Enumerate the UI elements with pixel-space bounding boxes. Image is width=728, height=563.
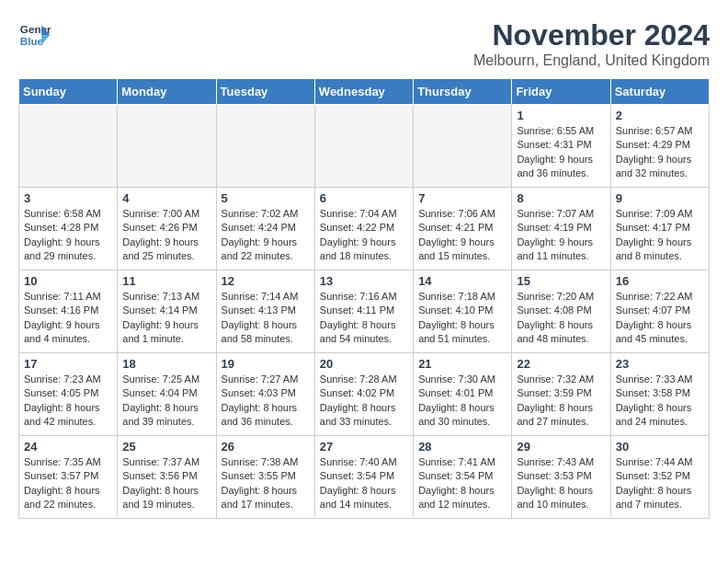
day-number: 30 bbox=[616, 440, 704, 454]
calendar-cell: 29Sunrise: 7:43 AM Sunset: 3:53 PM Dayli… bbox=[512, 436, 610, 519]
header-monday: Monday bbox=[118, 79, 216, 105]
day-number: 29 bbox=[517, 440, 605, 454]
calendar-cell bbox=[414, 105, 512, 188]
day-number: 22 bbox=[517, 357, 605, 371]
day-info: Sunrise: 7:40 AM Sunset: 3:54 PM Dayligh… bbox=[320, 455, 408, 512]
calendar-cell: 23Sunrise: 7:33 AM Sunset: 3:58 PM Dayli… bbox=[610, 353, 709, 436]
header-wednesday: Wednesday bbox=[314, 79, 413, 105]
calendar-cell: 18Sunrise: 7:25 AM Sunset: 4:04 PM Dayli… bbox=[118, 353, 216, 436]
calendar-header-row: SundayMondayTuesdayWednesdayThursdayFrid… bbox=[19, 79, 710, 105]
day-info: Sunrise: 7:41 AM Sunset: 3:54 PM Dayligh… bbox=[418, 455, 506, 512]
day-number: 15 bbox=[517, 274, 605, 288]
calendar-cell: 28Sunrise: 7:41 AM Sunset: 3:54 PM Dayli… bbox=[414, 436, 512, 519]
week-row-4: 17Sunrise: 7:23 AM Sunset: 4:05 PM Dayli… bbox=[19, 353, 710, 436]
day-info: Sunrise: 7:43 AM Sunset: 3:53 PM Dayligh… bbox=[517, 455, 605, 512]
day-info: Sunrise: 7:09 AM Sunset: 4:17 PM Dayligh… bbox=[616, 207, 704, 264]
day-number: 21 bbox=[418, 357, 506, 371]
calendar-cell: 5Sunrise: 7:02 AM Sunset: 4:24 PM Daylig… bbox=[216, 188, 314, 270]
calendar-cell: 4Sunrise: 7:00 AM Sunset: 4:26 PM Daylig… bbox=[118, 188, 216, 270]
day-info: Sunrise: 7:04 AM Sunset: 4:22 PM Dayligh… bbox=[320, 207, 408, 264]
day-info: Sunrise: 7:18 AM Sunset: 4:10 PM Dayligh… bbox=[418, 290, 506, 347]
day-info: Sunrise: 7:16 AM Sunset: 4:11 PM Dayligh… bbox=[320, 290, 408, 347]
calendar-cell: 15Sunrise: 7:20 AM Sunset: 4:08 PM Dayli… bbox=[512, 270, 610, 353]
calendar-cell: 10Sunrise: 7:11 AM Sunset: 4:16 PM Dayli… bbox=[19, 270, 118, 353]
calendar-cell: 6Sunrise: 7:04 AM Sunset: 4:22 PM Daylig… bbox=[314, 188, 413, 270]
calendar-cell: 8Sunrise: 7:07 AM Sunset: 4:19 PM Daylig… bbox=[512, 188, 610, 270]
day-number: 10 bbox=[24, 274, 112, 288]
day-number: 19 bbox=[222, 357, 310, 371]
calendar-cell: 27Sunrise: 7:40 AM Sunset: 3:54 PM Dayli… bbox=[314, 436, 413, 519]
calendar-cell bbox=[19, 105, 118, 188]
day-info: Sunrise: 7:38 AM Sunset: 3:55 PM Dayligh… bbox=[222, 455, 310, 512]
calendar-table: SundayMondayTuesdayWednesdayThursdayFrid… bbox=[18, 78, 710, 519]
day-number: 25 bbox=[122, 440, 210, 454]
logo-icon: General Blue bbox=[18, 18, 51, 52]
day-number: 18 bbox=[122, 357, 210, 371]
day-number: 20 bbox=[320, 357, 408, 371]
week-row-1: 1Sunrise: 6:55 AM Sunset: 4:31 PM Daylig… bbox=[19, 105, 710, 188]
day-info: Sunrise: 7:14 AM Sunset: 4:13 PM Dayligh… bbox=[222, 290, 310, 347]
calendar-cell: 19Sunrise: 7:27 AM Sunset: 4:03 PM Dayli… bbox=[216, 353, 314, 436]
day-info: Sunrise: 7:32 AM Sunset: 3:59 PM Dayligh… bbox=[517, 373, 605, 430]
day-info: Sunrise: 6:58 AM Sunset: 4:28 PM Dayligh… bbox=[24, 207, 112, 264]
day-number: 4 bbox=[122, 191, 210, 205]
day-number: 14 bbox=[418, 274, 506, 288]
day-number: 16 bbox=[616, 274, 704, 288]
calendar-cell: 12Sunrise: 7:14 AM Sunset: 4:13 PM Dayli… bbox=[216, 270, 314, 353]
title-section: November 2024 Melbourn, England, United … bbox=[473, 18, 710, 69]
day-info: Sunrise: 6:57 AM Sunset: 4:29 PM Dayligh… bbox=[616, 124, 704, 181]
calendar-cell: 11Sunrise: 7:13 AM Sunset: 4:14 PM Dayli… bbox=[118, 270, 216, 353]
day-number: 23 bbox=[616, 357, 704, 371]
header-thursday: Thursday bbox=[414, 79, 512, 105]
day-info: Sunrise: 7:28 AM Sunset: 4:02 PM Dayligh… bbox=[320, 373, 408, 430]
day-info: Sunrise: 7:33 AM Sunset: 3:58 PM Dayligh… bbox=[616, 373, 704, 430]
day-number: 1 bbox=[517, 109, 605, 122]
day-number: 5 bbox=[222, 191, 310, 205]
calendar-cell: 3Sunrise: 6:58 AM Sunset: 4:28 PM Daylig… bbox=[19, 188, 118, 270]
calendar-cell: 25Sunrise: 7:37 AM Sunset: 3:56 PM Dayli… bbox=[118, 436, 216, 519]
day-number: 2 bbox=[616, 109, 704, 122]
day-number: 6 bbox=[320, 191, 408, 205]
location-title: Melbourn, England, United Kingdom bbox=[473, 52, 710, 69]
day-info: Sunrise: 7:07 AM Sunset: 4:19 PM Dayligh… bbox=[517, 207, 605, 264]
day-number: 7 bbox=[418, 191, 506, 205]
week-row-5: 24Sunrise: 7:35 AM Sunset: 3:57 PM Dayli… bbox=[19, 436, 710, 519]
calendar-cell: 22Sunrise: 7:32 AM Sunset: 3:59 PM Dayli… bbox=[512, 353, 610, 436]
day-number: 9 bbox=[616, 191, 704, 205]
day-info: Sunrise: 7:27 AM Sunset: 4:03 PM Dayligh… bbox=[222, 373, 310, 430]
day-info: Sunrise: 7:30 AM Sunset: 4:01 PM Dayligh… bbox=[418, 373, 506, 430]
day-info: Sunrise: 7:06 AM Sunset: 4:21 PM Dayligh… bbox=[418, 207, 506, 264]
logo: General Blue bbox=[18, 18, 51, 52]
day-number: 11 bbox=[122, 274, 210, 288]
day-number: 12 bbox=[222, 274, 310, 288]
day-info: Sunrise: 7:20 AM Sunset: 4:08 PM Dayligh… bbox=[517, 290, 605, 347]
day-number: 3 bbox=[24, 191, 112, 205]
day-number: 17 bbox=[24, 357, 112, 371]
day-info: Sunrise: 7:37 AM Sunset: 3:56 PM Dayligh… bbox=[122, 455, 210, 512]
day-info: Sunrise: 7:02 AM Sunset: 4:24 PM Dayligh… bbox=[222, 207, 310, 264]
calendar-cell: 13Sunrise: 7:16 AM Sunset: 4:11 PM Dayli… bbox=[314, 270, 413, 353]
day-number: 28 bbox=[418, 440, 506, 454]
week-row-2: 3Sunrise: 6:58 AM Sunset: 4:28 PM Daylig… bbox=[19, 188, 710, 270]
calendar-cell: 20Sunrise: 7:28 AM Sunset: 4:02 PM Dayli… bbox=[314, 353, 413, 436]
calendar-cell: 9Sunrise: 7:09 AM Sunset: 4:17 PM Daylig… bbox=[610, 188, 709, 270]
header-tuesday: Tuesday bbox=[216, 79, 314, 105]
calendar-cell: 21Sunrise: 7:30 AM Sunset: 4:01 PM Dayli… bbox=[414, 353, 512, 436]
day-info: Sunrise: 7:00 AM Sunset: 4:26 PM Dayligh… bbox=[122, 207, 210, 264]
day-info: Sunrise: 7:25 AM Sunset: 4:04 PM Dayligh… bbox=[122, 373, 210, 430]
calendar-cell: 24Sunrise: 7:35 AM Sunset: 3:57 PM Dayli… bbox=[19, 436, 118, 519]
calendar-cell: 14Sunrise: 7:18 AM Sunset: 4:10 PM Dayli… bbox=[414, 270, 512, 353]
calendar-cell: 17Sunrise: 7:23 AM Sunset: 4:05 PM Dayli… bbox=[19, 353, 118, 436]
header-friday: Friday bbox=[512, 79, 610, 105]
day-info: Sunrise: 7:13 AM Sunset: 4:14 PM Dayligh… bbox=[122, 290, 210, 347]
calendar-cell: 7Sunrise: 7:06 AM Sunset: 4:21 PM Daylig… bbox=[414, 188, 512, 270]
day-number: 24 bbox=[24, 440, 112, 454]
day-number: 26 bbox=[222, 440, 310, 454]
day-number: 13 bbox=[320, 274, 408, 288]
week-row-3: 10Sunrise: 7:11 AM Sunset: 4:16 PM Dayli… bbox=[19, 270, 710, 353]
calendar-cell bbox=[216, 105, 314, 188]
day-info: Sunrise: 6:55 AM Sunset: 4:31 PM Dayligh… bbox=[517, 124, 605, 181]
header-saturday: Saturday bbox=[610, 79, 709, 105]
header-sunday: Sunday bbox=[19, 79, 118, 105]
day-info: Sunrise: 7:44 AM Sunset: 3:52 PM Dayligh… bbox=[616, 455, 704, 512]
